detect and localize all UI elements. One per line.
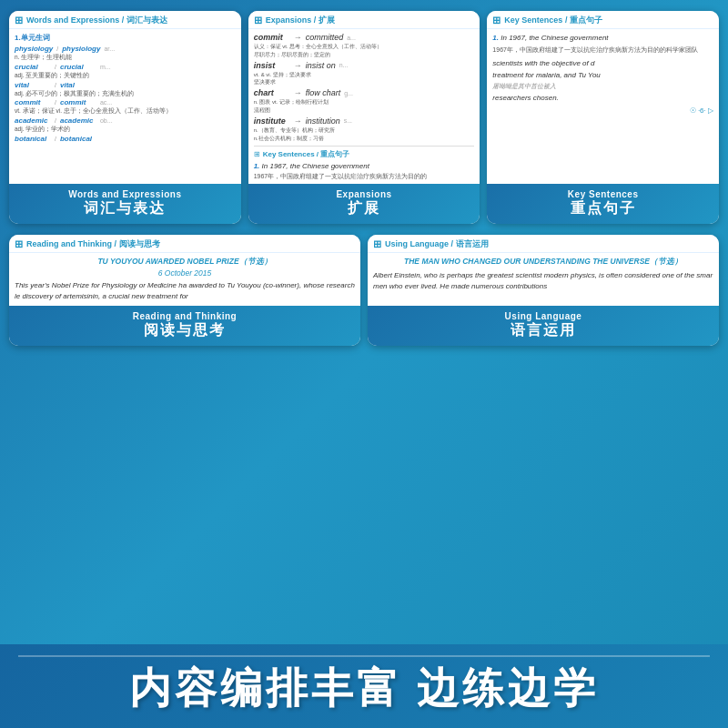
key-sentences-card: ⊞ Key Sentences / 重点句子 1. In 1967, the C… [487,11,719,224]
key-sentence-1-zh: 1967年，中国政府组建了一支以抗疟治疗疾病新方法为目的的科学家团队 [492,46,713,55]
word-row-6: botanical / botanical [15,135,236,143]
using-language-content: THE MAN WHO CHANGED OUR UNDERSTANDING TH… [368,253,719,306]
using-language-body: Albert Einstein, who is perhaps the grea… [373,270,713,292]
exp-key-sentence-zh: 1967年，中国政府组建了一支以抗疟治疗疾病新方法为目的的 [254,172,475,180]
reading-footer: Reading and Thinking 阅读与思考 [9,306,360,346]
expansions-header: ⊞ Expansions / 扩展 [248,11,480,29]
banner-text: 内容编排丰富 边练边学 [18,661,710,717]
word-pos-1: n. 生理学；生理机能 [15,54,236,61]
key-sentences-footer: Key Sentences 重点句子 [487,184,719,224]
key-sentences-footer-en: Key Sentences [494,189,712,199]
word-en-3b: vital [60,81,96,89]
exp-note-3a: n. 图表 vt. 记录；绘制行程计划 [254,99,475,106]
words-card: ⊞ Words and Expressions / 词汇与表达 1.单元生词 p… [9,11,241,224]
reading-content: TU YOUYOU AWARDED NOBEL PRIZE（节选） 6 Octo… [9,253,360,306]
words-icon: ⊞ [15,15,23,26]
expansions-icon: ⊞ [254,15,262,26]
word-pos-2: adj. 至关重要的；关键性的 [15,72,236,79]
word-pos-4: vt. 承诺；保证 vi. 忠于；全心全意投入（工作、活动等） [15,107,236,115]
expansions-footer-zh: 扩展 [256,199,473,218]
using-language-icon: ⊞ [373,238,381,250]
key-sentences-footer-zh: 重点句子 [494,199,712,218]
using-language-footer: Using Language 语言运用 [368,306,719,346]
words-section: 1.单元生词 [15,33,236,43]
word-row-3: vital / vital [15,81,236,89]
words-footer-zh: 词汇与表达 [16,199,234,218]
words-content: 1.单元生词 physiology / physiology ar... n. … [9,29,241,184]
page-badge: ☉ ·6· ▷ [492,106,713,115]
using-language-header: ⊞ Using Language / 语言运用 [368,235,719,253]
exp-note-4a: n.（教育、专业等）机构；研究所 [254,127,475,135]
exp-note-3b: 流程图 [254,107,475,115]
reading-title: TU YOUYOU AWARDED NOBEL PRIZE（节选） [15,257,355,267]
word-en-1b: physiology [62,45,100,53]
expansions-content: commit → committed a... 认义：保证 vt. 思考：全心全… [248,29,480,184]
key-sentences-icon: ⊞ [492,15,500,26]
key-sentences-header: ⊞ Key Sentences / 重点句子 [487,11,719,29]
reading-header-text: Reading and Thinking / 阅读与思考 [26,238,160,250]
expansions-header-text: Expansions / 扩展 [266,15,335,26]
exp-row-3: chart → flow chart g... [254,88,475,97]
expansions-footer-en: Expansions [256,189,473,199]
divider [18,655,710,657]
expansions-footer: Expansions 扩展 [248,184,480,224]
using-language-footer-zh: 语言运用 [375,321,712,340]
word-en-3: vital [15,81,51,89]
word-en-2: crucial [15,63,51,71]
word-en-2b: crucial [60,63,96,71]
word-en-5b: academic [60,116,96,125]
reading-footer-en: Reading and Thinking [16,311,353,321]
key-sentences-content: 1. In 1967, the Chinese government 1967年… [487,29,719,184]
word-en-5: academic [15,116,51,125]
word-en-6: botanical [15,135,51,143]
exp-note-2a: vt. & vi. 坚持；坚决要求 [254,72,475,79]
word-row-4: commit / commit ac... [15,98,236,106]
exp-note-4b: n.社会公共机构；制度；习俗 [254,136,475,143]
reading-date: 6 October 2015 [15,268,355,278]
using-language-footer-en: Using Language [375,311,712,321]
bottom-row: ⊞ Reading and Thinking / 阅读与思考 TU YOUYOU… [0,229,728,351]
using-language-card: ⊞ Using Language / 语言运用 THE MAN WHO CHAN… [368,235,719,346]
word-row-2: crucial / crucial m... [15,63,236,71]
exp-key-section: ⊞ Key Sentences / 重点句子 1. In 1967, the C… [254,146,475,179]
exp-note-1a: 认义：保证 vt. 思考：全心全意投入（工作、活动等） [254,44,475,51]
words-footer-en: Words and Expressions [16,189,234,199]
word-en-4b: commit [60,98,96,106]
reading-footer-zh: 阅读与思考 [16,321,353,340]
words-header: ⊞ Words and Expressions / 词汇与表达 [9,11,241,29]
reading-body: This year's Nobel Prize for Physiology o… [15,280,355,302]
word-row-5: academic / academic ob... [15,116,236,125]
reading-card: ⊞ Reading and Thinking / 阅读与思考 TU YOUYOU… [9,235,360,346]
exp-key-sentence: 1. In 1967, the Chinese government [254,161,475,171]
reading-icon: ⊞ [15,238,23,250]
word-en-6b: botanical [60,135,96,143]
word-en-1: physiology [15,45,53,53]
exp-key-header: Key Sentences / 重点句子 [263,149,350,159]
word-pos-3: adj. 必不可少的；极其重要的；充满生机的 [15,90,236,97]
words-header-text: Words and Expressions / 词汇与表达 [26,15,167,26]
exp-note-1b: 尽职尽力；尽职尽责的；坚定的 [254,52,475,59]
words-footer: Words and Expressions 词汇与表达 [9,184,241,224]
using-language-title: THE MAN WHO CHANGED OUR UNDERSTANDING TH… [373,257,713,267]
top-row: ⊞ Words and Expressions / 词汇与表达 1.单元生词 p… [0,0,728,229]
key-sentences-header-text: Key Sentences / 重点句子 [504,15,602,26]
expansions-card: ⊞ Expansions / 扩展 commit → committed a..… [248,11,480,224]
word-pos-5: adj. 学业的；学术的 [15,126,236,133]
exp-row-2: insist → insist on n... [254,61,475,70]
reading-header: ⊞ Reading and Thinking / 阅读与思考 [9,235,360,253]
exp-row-4: institute → institution s... [254,116,475,126]
word-en-4: commit [15,98,51,106]
key-sentence-body: scientists with the objective of d treat… [492,58,713,105]
bottom-banner: 内容编排丰富 边练边学 [0,644,728,728]
exp-note-2b: 坚决要求 [254,79,475,86]
key-sentence-1: 1. In 1967, the Chinese government [492,33,713,44]
exp-row-1: commit → committed a... [254,33,475,42]
word-row-1: physiology / physiology ar... [15,45,236,53]
using-language-header-text: Using Language / 语言运用 [385,238,489,250]
